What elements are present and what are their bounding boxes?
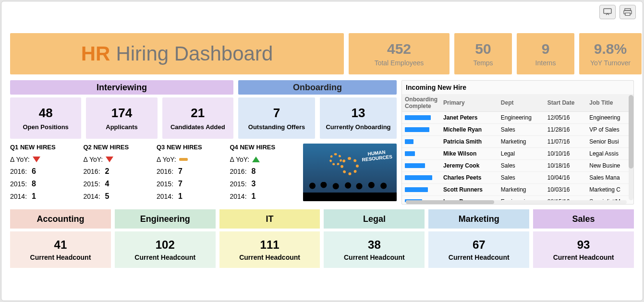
cell-start: 11/07/16	[545, 136, 587, 148]
quarter-yoy: Δ YoY:	[157, 156, 225, 163]
dept-card: Marketing67Current Headcount	[428, 209, 529, 268]
cell-start: 10/18/16	[545, 160, 587, 172]
stat-label: Currently Onboarding	[326, 123, 390, 131]
table-row[interactable]: Scott RunnersMarketing10/03/16Marketing …	[402, 184, 633, 196]
dept-card: IT111Current Headcount	[219, 209, 320, 268]
cell-dept: Marketing	[498, 136, 545, 148]
quarter-block: Q2 NEW HIRESΔ YoY: 2016:22015:42014:5	[84, 144, 152, 205]
cell-primary: Patricia Smith	[440, 136, 498, 148]
cell-start: 10/03/16	[545, 184, 587, 196]
quarter-block: Q4 NEW HIRESΔ YoY: 2016:82015:32014:1	[230, 144, 299, 205]
quarter-2015: 2015:8	[10, 180, 79, 188]
table-title: Incoming New Hire	[402, 81, 633, 94]
dept-name: Engineering	[115, 209, 216, 229]
trend-down-icon	[33, 157, 40, 162]
dept-count: 67	[473, 238, 486, 252]
metric-value: 452	[387, 41, 411, 57]
stat-label: Outstanding Offers	[248, 123, 305, 131]
cell-job: Senior Busi	[586, 136, 633, 148]
stat-value: 21	[191, 106, 205, 121]
print-button[interactable]	[620, 5, 636, 19]
dept-body: 38Current Headcount	[324, 231, 425, 268]
svg-rect-3	[625, 13, 630, 15]
title-banner: HR Hiring Dashboard	[10, 33, 344, 74]
stat-open-positions: 48 Open Positions	[10, 97, 81, 139]
dept-body: 93Current Headcount	[533, 231, 634, 268]
dept-count-label: Current Headcount	[239, 254, 300, 261]
trend-down-icon	[106, 157, 113, 162]
cell-start: 10/04/16	[545, 172, 587, 184]
stat-outstanding-offers: 7 Outstanding Offers	[238, 97, 315, 139]
cell-start: 12/05/16	[545, 112, 587, 124]
hr-illustration: HUMANRESOURCES	[303, 144, 397, 201]
window-titlebar	[1, 1, 643, 23]
table-row[interactable]: Patricia SmithMarketing11/07/16Senior Bu…	[402, 136, 633, 148]
cell-dept: Legal	[498, 148, 545, 160]
trend-up-icon	[252, 157, 260, 162]
metric-label: Temps	[473, 59, 493, 67]
svg-rect-0	[604, 9, 611, 13]
dept-count-label: Current Headcount	[344, 254, 405, 261]
cell-progress	[402, 184, 440, 196]
table-row[interactable]: Michelle RyanSales11/28/16VP of Sales	[402, 124, 633, 136]
quarter-2015: 2015:7	[157, 180, 225, 188]
hscroll-thumb[interactable]	[406, 200, 494, 204]
quarter-2016: 2016:8	[230, 167, 299, 176]
stat-value: 7	[273, 106, 280, 121]
dept-count: 93	[577, 238, 590, 252]
dept-body: 41Current Headcount	[10, 231, 111, 268]
dept-count-label: Current Headcount	[134, 254, 195, 261]
dept-body: 111Current Headcount	[219, 231, 320, 268]
cell-job: Engineering	[586, 112, 633, 124]
cell-job: VP of Sales	[586, 124, 633, 136]
th-primary[interactable]: Primary	[440, 94, 498, 112]
metric-temps: 50 Temps	[454, 33, 512, 74]
metric-value: 9.8%	[594, 41, 627, 57]
dept-name: Accounting	[10, 209, 111, 229]
stat-candidates-added: 21 Candidates Added	[162, 97, 233, 139]
dept-count-label: Current Headcount	[30, 254, 91, 261]
cell-progress	[402, 148, 440, 160]
dept-card: Accounting41Current Headcount	[10, 209, 111, 268]
th-job[interactable]: Job Title	[586, 94, 633, 112]
cell-primary: Mike Wilson	[440, 148, 498, 160]
th-start[interactable]: Start Date	[545, 94, 587, 112]
dept-count: 38	[368, 238, 381, 252]
onboarding-header: Onboarding	[238, 80, 397, 95]
dept-card: Sales93Current Headcount	[533, 209, 634, 268]
table-row[interactable]: Janet PetersEngineering12/05/16Engineeri…	[402, 112, 633, 124]
incoming-hire-table: Onboarding Complete Primary Dept Start D…	[402, 94, 633, 202]
quarter-2014: 2014:1	[10, 192, 79, 201]
dashboard-window: HR Hiring Dashboard 452 Total Employees …	[1, 1, 643, 301]
th-onboarding[interactable]: Onboarding Complete	[402, 94, 440, 112]
dept-name: IT	[219, 209, 320, 229]
th-dept[interactable]: Dept	[498, 94, 545, 112]
department-row: Accounting41Current HeadcountEngineering…	[10, 209, 634, 268]
top-row: HR Hiring Dashboard 452 Total Employees …	[10, 33, 634, 74]
present-button[interactable]	[599, 5, 616, 19]
cell-job: Sales Mana	[586, 172, 633, 184]
quarter-title: Q1 NEW HIRES	[10, 144, 79, 151]
metric-value: 50	[475, 41, 491, 57]
cell-dept: Engineering	[498, 112, 545, 124]
table-row[interactable]: Mike WilsonLegal10/10/16Legal Assis	[402, 148, 633, 160]
metric-value: 9	[542, 41, 550, 57]
stat-label: Applicants	[106, 123, 137, 131]
table-row[interactable]: Charles PeetsSales10/04/16Sales Mana	[402, 172, 633, 184]
quarter-yoy: Δ YoY:	[84, 156, 152, 163]
quarter-yoy: Δ YoY:	[230, 156, 299, 163]
metric-label: Total Employees	[375, 59, 424, 67]
dept-body: 102Current Headcount	[115, 231, 216, 268]
quarter-yoy: Δ YoY:	[10, 156, 79, 163]
table-row[interactable]: Jeremy CookSales10/18/16New Busine	[402, 160, 633, 172]
title-rest: Hiring Dashboard	[116, 42, 273, 65]
present-icon	[603, 8, 612, 16]
cell-progress	[402, 124, 440, 136]
vertical-scrollbar[interactable]	[629, 95, 633, 200]
cell-progress	[402, 136, 440, 148]
metric-total-employees: 452 Total Employees	[349, 33, 450, 74]
cell-job: Legal Assis	[586, 148, 633, 160]
cell-primary: Michelle Ryan	[440, 124, 498, 136]
vscroll-thumb[interactable]	[629, 95, 633, 169]
horizontal-scrollbar[interactable]	[406, 200, 627, 204]
